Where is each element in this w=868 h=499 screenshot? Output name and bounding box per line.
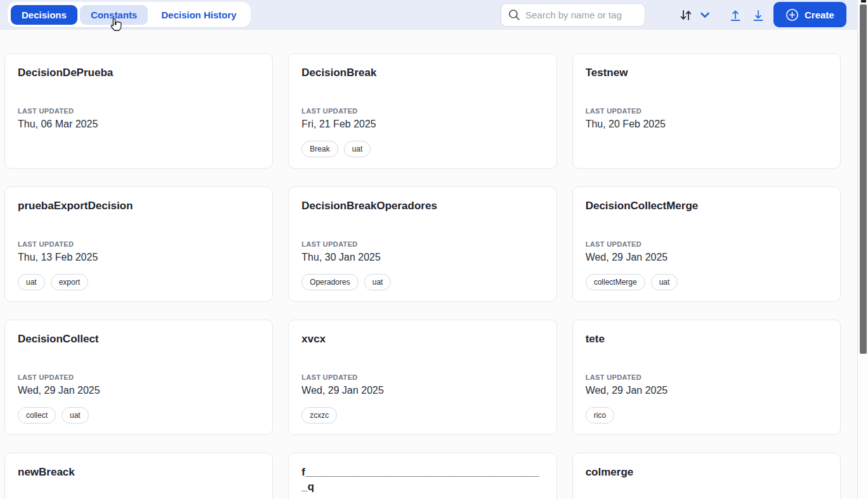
last-updated-date: Wed, 29 Jan 2025 — [18, 384, 260, 396]
chevron-down-icon — [698, 8, 712, 22]
last-updated-date: Fri, 21 Feb 2025 — [301, 118, 543, 130]
tag-pill[interactable]: collect — [18, 407, 56, 424]
last-updated-label: LAST UPDATED — [586, 240, 827, 249]
last-updated-label: LAST UPDATED — [18, 240, 260, 249]
tag-pill[interactable]: collectMerge — [586, 274, 645, 290]
card-meta: LAST UPDATED Wed, 29 Jan 2025 — [586, 240, 827, 263]
card-meta: LAST UPDATED Thu, 20 Feb 2025 — [586, 107, 827, 130]
export-button[interactable] — [749, 6, 768, 25]
tag-list: Breakuat — [301, 141, 543, 157]
plus-circle-icon — [786, 8, 799, 22]
card-title: f_______________________________________… — [301, 465, 543, 495]
tag-list: zcxzc — [301, 407, 543, 424]
card-title: xvcx — [301, 332, 543, 347]
tag-list: collectMergeuat — [586, 274, 827, 290]
tag-list: collectuat — [18, 407, 260, 424]
create-label: Create — [805, 10, 834, 20]
card-meta: LAST UPDATED Wed, 29 Jan 2025 — [18, 373, 260, 396]
last-updated-date: Thu, 20 Feb 2025 — [586, 118, 827, 130]
card-meta: LAST UPDATED Wed, 29 Jan 2025 — [301, 373, 543, 396]
card-meta: LAST UPDATED Fri, 21 Feb 2025 — [301, 107, 543, 130]
card-title: tete — [586, 332, 827, 347]
card-title: DecisionDePrueba — [18, 66, 260, 81]
card-title: pruebaExportDecision — [18, 199, 260, 214]
last-updated-label: LAST UPDATED — [301, 373, 543, 382]
last-updated-label: LAST UPDATED — [301, 240, 543, 249]
decision-card[interactable]: DecisionBreakOperadores LAST UPDATED Thu… — [288, 186, 556, 302]
decision-card[interactable]: xvcx LAST UPDATED Wed, 29 Jan 2025 zcxzc — [288, 320, 556, 435]
tag-pill[interactable]: Break — [301, 141, 338, 157]
last-updated-label: LAST UPDATED — [18, 107, 260, 115]
card-meta: LAST UPDATED Thu, 06 Mar 2025 — [18, 107, 260, 130]
last-updated-label: LAST UPDATED — [301, 107, 543, 115]
tag-pill[interactable]: export — [51, 274, 88, 290]
card-grid: DecisionDePrueba LAST UPDATED Thu, 06 Ma… — [0, 30, 857, 499]
card-title: DecisionBreakOperadores — [301, 199, 543, 214]
card-title: colmerge — [586, 465, 827, 480]
download-icon — [751, 8, 766, 23]
card-title: Testnew — [586, 66, 827, 81]
card-title: newBreack — [18, 465, 260, 480]
card-meta: LAST UPDATED Thu, 13 Feb 2025 — [18, 240, 260, 263]
search-input[interactable] — [501, 3, 645, 27]
decision-card[interactable]: DecisionCollect LAST UPDATED Wed, 29 Jan… — [4, 320, 273, 435]
create-button[interactable]: Create — [773, 2, 846, 27]
card-title: DecisionBreak — [301, 66, 543, 81]
tag-list: rico — [586, 407, 827, 424]
decision-card[interactable]: DecisionCollectMerge LAST UPDATED Wed, 2… — [572, 186, 841, 302]
import-button[interactable] — [726, 6, 745, 25]
decision-card[interactable]: DecisionDePrueba LAST UPDATED Thu, 06 Ma… — [4, 53, 273, 169]
card-title: DecisionCollect — [18, 332, 260, 347]
last-updated-date: Wed, 29 Jan 2025 — [586, 384, 827, 396]
tag-list: uatexport — [18, 274, 260, 290]
tag-pill[interactable]: uat — [651, 274, 678, 290]
decision-card[interactable]: Testnew LAST UPDATED Thu, 20 Feb 2025 — [572, 53, 841, 169]
tag-pill[interactable]: uat — [364, 274, 391, 290]
decision-card[interactable]: tete LAST UPDATED Wed, 29 Jan 2025 rico — [572, 320, 841, 435]
tag-pill[interactable]: uat — [18, 274, 45, 290]
vertical-scrollbar[interactable] — [857, 0, 868, 499]
decision-card[interactable]: DecisionBreak LAST UPDATED Fri, 21 Feb 2… — [288, 53, 556, 169]
scrollbar-thumb[interactable] — [860, 4, 867, 354]
scrollbar-up-arrow[interactable] — [861, 0, 866, 3]
tag-pill[interactable]: zcxzc — [301, 407, 337, 424]
decision-card[interactable]: newBreack — [4, 453, 273, 499]
tab-constants[interactable]: Constants — [80, 5, 148, 25]
last-updated-date: Thu, 30 Jan 2025 — [301, 251, 543, 263]
last-updated-label: LAST UPDATED — [586, 107, 827, 115]
last-updated-label: LAST UPDATED — [586, 373, 827, 382]
tag-pill[interactable]: rico — [586, 407, 614, 424]
last-updated-date: Thu, 06 Mar 2025 — [18, 118, 260, 130]
last-updated-date: Thu, 13 Feb 2025 — [18, 251, 260, 263]
tag-list: Operadoresuat — [301, 274, 543, 290]
decision-card[interactable]: pruebaExportDecision LAST UPDATED Thu, 1… — [4, 186, 273, 302]
sort-arrows-icon — [678, 8, 694, 23]
last-updated-label: LAST UPDATED — [18, 373, 260, 382]
card-meta: LAST UPDATED Thu, 30 Jan 2025 — [301, 240, 543, 263]
decision-card[interactable]: f_______________________________________… — [288, 453, 556, 499]
last-updated-date: Wed, 29 Jan 2025 — [301, 384, 543, 396]
tab-decisions[interactable]: Decisions — [11, 5, 77, 25]
search-box — [501, 3, 645, 27]
tab-decision-history[interactable]: Decision History — [150, 5, 247, 25]
tab-bar: Decisions Constants Decision History — [8, 2, 251, 27]
card-meta: LAST UPDATED Wed, 29 Jan 2025 — [586, 373, 827, 396]
last-updated-date: Wed, 29 Jan 2025 — [586, 251, 827, 263]
upload-icon — [728, 8, 743, 23]
top-bar: Decisions Constants Decision History — [0, 0, 868, 30]
sort-button[interactable] — [676, 6, 695, 25]
tag-pill[interactable]: uat — [344, 141, 371, 157]
card-title: DecisionCollectMerge — [586, 199, 827, 214]
tag-pill[interactable]: Operadores — [301, 274, 358, 290]
sort-direction-dropdown[interactable] — [695, 6, 714, 25]
tag-pill[interactable]: uat — [62, 407, 89, 424]
decision-card[interactable]: colmerge — [572, 453, 841, 499]
